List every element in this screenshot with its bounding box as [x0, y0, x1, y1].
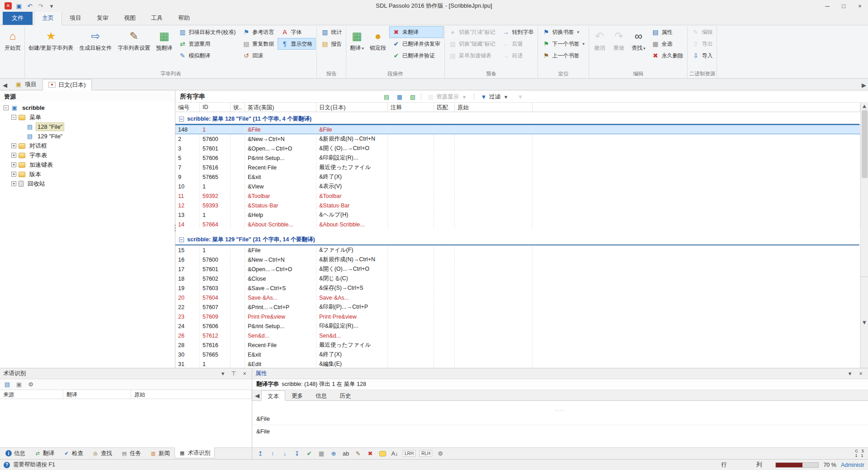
ribbon-button[interactable]: →转到字串	[499, 26, 537, 38]
prev-string-button[interactable]: ↑	[269, 450, 277, 458]
tree-item[interactable]: +版本	[0, 169, 175, 179]
column-header[interactable]: ID	[200, 103, 231, 112]
ribbon-button[interactable]: ★创建/更新字串列表	[26, 26, 76, 62]
table-row[interactable]: 1957603&Save→Ctrl+S&保存(S)→Ctrl+S	[175, 283, 860, 293]
table-row[interactable]: 101&View&表示(V)	[175, 182, 860, 191]
table-row[interactable]: 257600&New→Ctrl+N&新規作成(N)→Ctrl+N	[175, 134, 860, 144]
ribbon-button[interactable]: ✎字串列表设置	[115, 26, 153, 62]
wrench-button[interactable]: ⚙	[436, 450, 444, 458]
table-row[interactable]: 2057604Save·&As...Save·&As...	[175, 293, 860, 302]
table-row[interactable]: 311&Edit&編集(E)	[175, 359, 860, 368]
expand-toggle-icon[interactable]: +	[11, 143, 16, 148]
ribbon-button[interactable]: ⌂开始页	[2, 26, 24, 62]
first-string-button[interactable]: ↥	[256, 450, 264, 458]
ribbon-button[interactable]: ▤属性	[648, 26, 686, 38]
ribbon-button[interactable]: ⚑上一个书签	[539, 50, 588, 61]
table-row[interactable]: 3057665E&xit&終了(X)	[175, 350, 860, 359]
ribbon-button[interactable]: ✔已翻译并供复审	[389, 38, 443, 50]
column-header[interactable]: 状..	[231, 103, 245, 112]
properties-tab[interactable]: 历史	[333, 390, 357, 400]
pin-button[interactable]: ⊤	[230, 370, 238, 378]
table-row[interactable]: 2457606P&rint·Setup...印&刷設定(R)...	[175, 321, 860, 331]
ribbon-button[interactable]: ⇄资源重用	[175, 38, 239, 50]
table-row[interactable]: 1857602&Close&閉じる(C)	[175, 274, 860, 283]
ribbon-button[interactable]: ⇧导出	[689, 38, 716, 50]
expand-toggle-icon[interactable]: +	[11, 153, 16, 158]
ribbon-tab[interactable]: 视图	[116, 11, 143, 25]
properties-tab[interactable]: 文本	[261, 390, 285, 401]
rlh-button[interactable]: RLH	[420, 450, 432, 457]
expand-toggle-icon[interactable]: −	[4, 105, 9, 110]
tab-scroll-right-button[interactable]: ▶	[860, 80, 868, 90]
column-header[interactable]: 原始	[455, 103, 533, 112]
table-row[interactable]: 557606P&rint·Setup...&印刷設定(R)...	[175, 153, 860, 163]
properties-tab[interactable]: 更多	[285, 390, 309, 400]
document-tab[interactable]: ●日文(日本)	[42, 79, 92, 90]
sort-az-button[interactable]: A↓	[391, 450, 399, 458]
vertical-scrollbar[interactable]: ▲▼	[860, 102, 868, 368]
table-row[interactable]: 1159392&Toolbar&Toolbar	[175, 191, 860, 201]
ribbon-button[interactable]: →前进	[499, 50, 537, 61]
tree-item[interactable]: +字串表	[0, 150, 175, 160]
table-row[interactable]: 151&File&ファイル(F)	[175, 245, 860, 255]
bottom-tab[interactable]: ✔检查	[59, 448, 88, 459]
tab-scroll-left-button[interactable]: ◀	[1, 80, 9, 90]
table-row[interactable]: 957665E&xit&終了(X)	[175, 172, 860, 182]
table-row[interactable]: 2257607&Print...→Ctrl+P&印刷(P)...→Ctrl+P	[175, 302, 860, 312]
filter-button[interactable]: ▼过滤▾	[477, 92, 512, 102]
restore-button[interactable]: □	[835, 0, 852, 11]
document-tab[interactable]: ▣项目	[9, 79, 42, 90]
ribbon-tab[interactable]: 主页	[34, 11, 62, 25]
ribbon-button[interactable]: ▤重复数据	[239, 38, 277, 50]
ribbon-button[interactable]: A字体	[278, 26, 316, 38]
ribbon-button[interactable]: ▤菜单加速键表	[446, 50, 499, 61]
properties-tab[interactable]: 信息	[309, 390, 333, 400]
table-row[interactable]: 2857616Recent·File最近使ったファイル	[175, 340, 860, 350]
scroll-thumb[interactable]	[862, 110, 868, 178]
ribbon-button[interactable]: ⇨生成目标文件	[76, 26, 114, 62]
ribbon-button[interactable]: ▤报告	[318, 38, 345, 50]
ribbon-button[interactable]: ↺回滚	[239, 50, 277, 61]
table-row[interactable]: 1481&File&File	[175, 125, 860, 134]
column-header[interactable]: 翻译	[63, 390, 131, 399]
minimize-button[interactable]: ─	[819, 0, 835, 11]
tab-scroll-left-button[interactable]: ◀	[253, 390, 261, 400]
terminology-table-body[interactable]	[0, 399, 252, 447]
ribbon-button[interactable]: ⚑切换书签▾	[539, 26, 588, 38]
table-row[interactable]: 1457664&About·Scribble...&About·Scribble…	[175, 220, 860, 229]
ribbon-button[interactable]: ⚑下一个书签▾	[539, 38, 588, 50]
group-header[interactable]: −scribble: 菜单 129 "File" (31 个字串, 14 个要翻…	[175, 235, 859, 245]
ribbon-button[interactable]: ←后退	[499, 38, 537, 50]
splitter-handle[interactable]: ····	[252, 409, 868, 414]
comment-button[interactable]	[378, 450, 387, 458]
ribbon-tab[interactable]: 工具	[143, 11, 170, 25]
grid-columns-button[interactable]: ▤	[382, 92, 392, 101]
ribbon-button[interactable]: ⇩导入	[689, 50, 716, 61]
table-row[interactable]: 1757601&Open...→Ctrl+O&開く(O)...→Ctrl+O	[175, 264, 860, 274]
column-header[interactable]: 来源	[0, 390, 63, 399]
filter-clear-button[interactable]: ▼	[515, 92, 525, 101]
term-image-button[interactable]: ▣	[15, 381, 23, 389]
ribbon-button[interactable]: ✎模拟翻译	[175, 50, 239, 61]
tree-item[interactable]: −菜单	[0, 113, 175, 122]
ribbon-button[interactable]: ✖未翻译	[389, 26, 443, 38]
last-string-button[interactable]: ↧	[293, 450, 301, 458]
ribbon-button[interactable]: ✖永久删除	[648, 50, 686, 61]
bottom-tab[interactable]: ▥新闻	[146, 448, 175, 459]
expand-toggle-icon[interactable]: +	[11, 162, 16, 167]
ribbon-button[interactable]: ▥统计	[318, 26, 345, 38]
ribbon-tab[interactable]: 帮助	[170, 11, 198, 25]
grid-new-button[interactable]: ▧	[408, 92, 418, 101]
bottom-tab[interactable]: ⇄翻译	[30, 448, 59, 459]
translation-text-field[interactable]: &File	[252, 425, 868, 447]
scroll-up-button[interactable]: ▲	[861, 102, 868, 109]
reject-x-button[interactable]: ✖	[366, 450, 374, 458]
tree-item[interactable]: ▤128 "File"	[0, 122, 175, 132]
ribbon-tab[interactable]: 项目	[62, 11, 89, 25]
panel-close-button[interactable]: ×	[241, 370, 249, 378]
resource-display-button[interactable]: ▥资源显示▾	[425, 92, 471, 102]
ribbon-tab[interactable]: 文件	[3, 11, 33, 25]
confirm-check-button[interactable]: ✔	[305, 450, 313, 458]
tree-item[interactable]: +回收站	[0, 179, 175, 188]
bottom-tab[interactable]: ▦术语识别	[175, 447, 215, 458]
